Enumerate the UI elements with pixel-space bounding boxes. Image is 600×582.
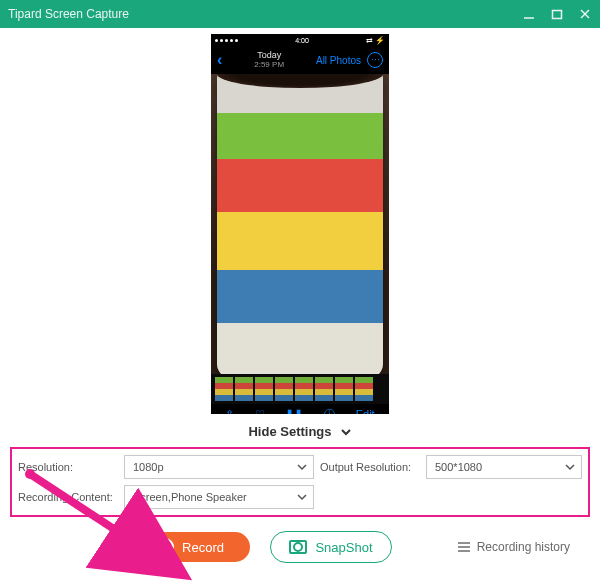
maximize-icon [551, 8, 563, 20]
details-icon: ⋯ [367, 52, 383, 68]
snapshot-label: SnapShot [315, 540, 372, 555]
resolution-value: 1080p [133, 461, 164, 473]
back-icon: ‹ [217, 51, 222, 69]
hide-settings-label: Hide Settings [248, 424, 331, 439]
signal-icon [215, 39, 238, 42]
thumbnail [255, 377, 273, 401]
thumbnail [295, 377, 313, 401]
thumbnail [235, 377, 253, 401]
output-resolution-value: 500*1080 [435, 461, 482, 473]
close-icon [579, 8, 591, 20]
pause-icon: ❚❚ [285, 408, 303, 415]
resolution-label: Resolution: [18, 461, 118, 473]
share-icon: ⇪ [225, 408, 234, 415]
hide-settings-toggle[interactable]: Hide Settings [0, 414, 600, 447]
thumbnail [215, 377, 233, 401]
chevron-down-icon [565, 462, 575, 472]
edit-label: Edit [356, 408, 375, 414]
thumbnail [355, 377, 373, 401]
all-photos-link: All Photos [316, 55, 361, 66]
heart-icon: ♡ [255, 408, 265, 415]
app-title: Tipard Screen Capture [8, 7, 129, 21]
photo-content [211, 74, 389, 374]
info-icon: ⓘ [324, 407, 335, 415]
app-window: Tipard Screen Capture 4:00 ⇄⚡ [0, 0, 600, 582]
phone-nav: ‹ Today 2:59 PM All Photos ⋯ [211, 46, 389, 74]
minimize-icon [523, 8, 535, 20]
preview-area: 4:00 ⇄⚡ ‹ Today 2:59 PM All Photos ⋯ [0, 28, 600, 414]
record-icon [156, 538, 174, 556]
list-icon [457, 541, 471, 553]
phone-toolbar: ⇪ ♡ ❚❚ ⓘ Edit [211, 404, 389, 414]
record-button[interactable]: Record [130, 532, 250, 562]
window-controls [522, 7, 592, 21]
chevron-down-icon [340, 426, 352, 438]
maximize-button[interactable] [550, 7, 564, 21]
snapshot-button[interactable]: SnapShot [270, 531, 392, 563]
recording-content-select[interactable]: Screen,Phone Speaker [124, 485, 314, 509]
thumbnail [315, 377, 333, 401]
close-button[interactable] [578, 7, 592, 21]
record-label: Record [182, 540, 224, 555]
battery-wifi-icon: ⇄⚡ [366, 36, 385, 45]
resolution-select[interactable]: 1080p [124, 455, 314, 479]
recording-content-label: Recording Content: [18, 491, 118, 503]
phone-nav-time: 2:59 PM [254, 61, 284, 70]
svg-rect-1 [553, 11, 562, 19]
settings-panel: Resolution: 1080p Output Resolution: 500… [10, 447, 590, 517]
chevron-down-icon [297, 462, 307, 472]
thumbnail [335, 377, 353, 401]
titlebar: Tipard Screen Capture [0, 0, 600, 28]
output-resolution-label: Output Resolution: [320, 461, 420, 473]
recording-history-label: Recording history [477, 540, 570, 554]
recording-history-link[interactable]: Recording history [457, 540, 570, 554]
phone-nav-title: Today 2:59 PM [254, 51, 284, 70]
recording-content-value: Screen,Phone Speaker [133, 491, 247, 503]
output-resolution-select[interactable]: 500*1080 [426, 455, 582, 479]
chevron-down-icon [297, 492, 307, 502]
thumbnail-strip [211, 374, 389, 404]
camera-icon [289, 540, 307, 554]
phone-preview: 4:00 ⇄⚡ ‹ Today 2:59 PM All Photos ⋯ [211, 34, 389, 414]
phone-statusbar: 4:00 ⇄⚡ [211, 34, 389, 46]
thumbnail [275, 377, 293, 401]
footer: Record SnapShot Recording history [0, 517, 600, 563]
phone-time: 4:00 [295, 37, 309, 44]
minimize-button[interactable] [522, 7, 536, 21]
